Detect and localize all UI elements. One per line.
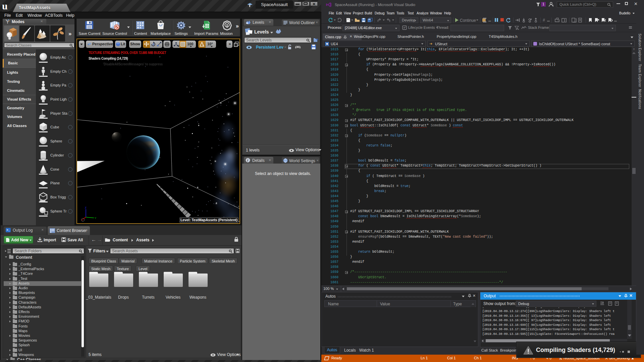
svg-text:Y: Y [95,217,97,220]
svg-text:Z: Z [85,206,87,209]
svg-text:i: i [247,159,248,162]
